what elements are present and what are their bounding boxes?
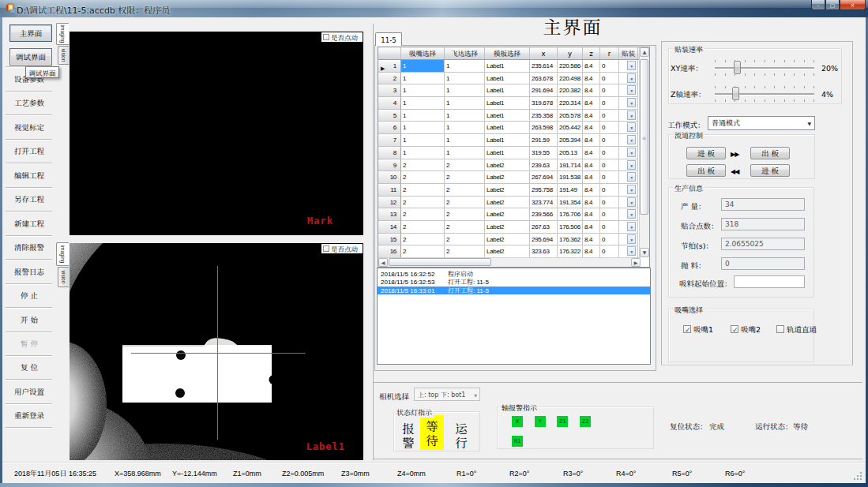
- flow-button-left-2[interactable]: 出 板: [686, 164, 726, 177]
- cell[interactable]: 2: [401, 221, 445, 234]
- cell[interactable]: 8.4: [583, 197, 600, 209]
- table-row[interactable]: 811Label1319.55205.138.40▼: [378, 147, 649, 159]
- cell[interactable]: 2: [401, 184, 445, 197]
- cell[interactable]: 263.678: [530, 73, 558, 85]
- sidebar-button-1[interactable]: 主界面: [9, 24, 52, 42]
- cell[interactable]: 1: [445, 147, 485, 159]
- cell[interactable]: 267.694: [530, 171, 558, 184]
- table-row[interactable]: 1522Label2295.694176.3628.40▼: [378, 234, 649, 246]
- log-item[interactable]: 2018/11/5 16:33:01打开工程: 11-5: [378, 287, 650, 294]
- scroll-up-icon[interactable]: ▲: [640, 47, 649, 57]
- cell[interactable]: 220.314: [558, 97, 583, 110]
- cell[interactable]: Label2: [485, 171, 530, 184]
- cell[interactable]: 267.63: [530, 221, 558, 234]
- cell[interactable]: 191.49: [558, 184, 583, 197]
- cell[interactable]: 2: [401, 245, 445, 258]
- sidebar-item-7[interactable]: 新建工程: [5, 218, 54, 229]
- slider-2[interactable]: [715, 85, 814, 103]
- cell[interactable]: Label2: [485, 184, 530, 197]
- sidebar-item-5[interactable]: 编辑工程: [5, 170, 54, 181]
- sidebar-item-8[interactable]: 清除报警: [5, 242, 54, 253]
- hscroll-thumb[interactable]: [389, 258, 491, 266]
- table-row[interactable]: 211Label1263.678220.4988.40▼: [378, 73, 649, 85]
- sidebar-item-9[interactable]: 报警日志: [5, 266, 54, 277]
- table-row[interactable]: 611Label1263.598205.4428.40▼: [378, 122, 649, 134]
- cell[interactable]: 8.4: [583, 245, 600, 258]
- cell[interactable]: 1: [445, 97, 485, 110]
- table-vscrollbar[interactable]: ▲▼≡: [639, 47, 649, 257]
- cell[interactable]: 319.55: [530, 147, 558, 159]
- cell[interactable]: Label1: [485, 84, 530, 97]
- cell-place[interactable]: ▼: [619, 184, 638, 197]
- cell[interactable]: 8.4: [583, 60, 600, 73]
- cell[interactable]: Label1: [485, 73, 530, 85]
- jog-checkbox-top[interactable]: 是否点动: [321, 32, 363, 42]
- scroll-down-icon[interactable]: ▼: [640, 248, 649, 257]
- cell[interactable]: 1: [401, 122, 445, 134]
- cell[interactable]: 8.4: [583, 159, 600, 172]
- slider-thumb[interactable]: [734, 61, 741, 74]
- table-hscrollbar[interactable]: ◀▶: [378, 257, 641, 267]
- cell[interactable]: 2: [401, 159, 445, 172]
- cell[interactable]: 0: [600, 60, 619, 73]
- production-value-4[interactable]: 0: [721, 257, 805, 270]
- cell[interactable]: Label1: [485, 122, 530, 134]
- cell[interactable]: 0: [600, 110, 619, 122]
- cell-place[interactable]: ▼: [619, 221, 638, 234]
- table-row[interactable]: 1022Label2267.694191.5388.40▼: [378, 171, 649, 184]
- cell[interactable]: 0: [600, 84, 619, 97]
- cell[interactable]: 2: [445, 245, 485, 258]
- cell[interactable]: 0: [600, 159, 619, 172]
- table-row[interactable]: 711Label1291.59205.3948.40▼: [378, 134, 649, 147]
- maximize-button[interactable]: ▢: [825, 0, 840, 10]
- table-row[interactable]: 922Label2239.63191.7148.40▼: [378, 159, 649, 172]
- cell[interactable]: 220.586: [558, 60, 583, 73]
- cell[interactable]: 1: [401, 110, 445, 122]
- cell[interactable]: 2: [445, 171, 485, 184]
- cell-place[interactable]: ▼: [619, 159, 638, 172]
- camera-view-mark[interactable]: 是否点动 Mark: [70, 32, 363, 235]
- flow-button-left-1[interactable]: 进 板: [686, 147, 726, 159]
- cell[interactable]: 191.538: [558, 171, 583, 184]
- table-row[interactable]: 1422Label2267.63176.5068.40▼: [378, 221, 649, 234]
- cell[interactable]: 2: [401, 171, 445, 184]
- camera-tab-vision-top[interactable]: vision: [58, 46, 69, 65]
- cell[interactable]: 323.774: [530, 197, 558, 209]
- cell[interactable]: 0: [600, 134, 619, 147]
- cell-place[interactable]: ▼: [619, 97, 638, 110]
- sidebar-item-3[interactable]: 视觉标定: [5, 122, 54, 133]
- cell[interactable]: 2: [401, 208, 445, 221]
- cell[interactable]: 8.4: [583, 208, 600, 221]
- cell[interactable]: 2: [445, 184, 485, 197]
- pickup-input[interactable]: [734, 275, 805, 288]
- cell-place[interactable]: ▼: [619, 147, 638, 159]
- camera-tab-imaging-top[interactable]: imaging: [56, 23, 69, 45]
- scroll-right-icon[interactable]: ▶: [631, 258, 641, 267]
- cell[interactable]: 0: [600, 234, 619, 246]
- cell[interactable]: 220.498: [558, 73, 583, 85]
- cell[interactable]: 8.4: [583, 221, 600, 234]
- sidebar-button-2[interactable]: 调试界面: [9, 48, 52, 66]
- cell[interactable]: 205.442: [558, 122, 583, 134]
- cell[interactable]: 1: [445, 122, 485, 134]
- slider-thumb[interactable]: [732, 87, 739, 100]
- sidebar-item-6[interactable]: 另存工程: [5, 193, 54, 204]
- sidebar-item-15[interactable]: 重新登录: [5, 410, 54, 421]
- cell[interactable]: 176.706: [558, 208, 583, 221]
- cell[interactable]: 2: [445, 159, 485, 172]
- sidebar-item-13[interactable]: 复 位: [5, 362, 54, 373]
- cell[interactable]: 176.506: [558, 221, 583, 234]
- cell[interactable]: 191.714: [558, 159, 583, 172]
- cell-place[interactable]: ▼: [619, 208, 638, 221]
- production-value-1[interactable]: 34: [721, 198, 805, 211]
- table-row[interactable]: 311Label1291.694220.3828.40▼: [378, 84, 649, 97]
- table-row[interactable]: 1▶11Label1235.614220.5868.40▼: [378, 60, 649, 73]
- cell[interactable]: 2: [445, 221, 485, 234]
- cell[interactable]: 239.63: [530, 159, 558, 172]
- cell[interactable]: 239.566: [530, 208, 558, 221]
- cell[interactable]: 2: [445, 208, 485, 221]
- cell[interactable]: 1: [445, 84, 485, 97]
- cell[interactable]: 235.614: [530, 60, 558, 73]
- sidebar-item-4[interactable]: 打开工程: [5, 145, 54, 156]
- cell[interactable]: Label2: [485, 208, 530, 221]
